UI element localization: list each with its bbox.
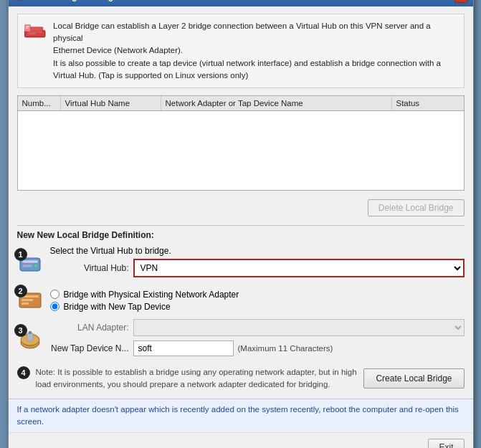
step3-num: 3 <box>14 324 27 337</box>
svg-rect-17 <box>22 299 33 301</box>
svg-rect-9 <box>26 26 29 27</box>
radio-tap-row: Bridge with New Tap Device <box>50 302 465 312</box>
window-title: Local Bridge Settings <box>30 0 118 1</box>
col-number: Numb... <box>18 96 61 110</box>
step2-content: Bridge with Physical Existing Network Ad… <box>50 290 465 312</box>
virtual-hub-label: Virtual Hub: <box>50 263 129 273</box>
radio-physical-label: Bridge with Physical Existing Network Ad… <box>64 290 239 300</box>
step1-label: Select the Virtual Hub to bridge. <box>50 246 465 256</box>
svg-rect-12 <box>22 260 38 263</box>
delete-bridge-button[interactable]: Delete Local Bridge <box>368 199 465 216</box>
exit-button[interactable]: Exit <box>428 439 464 448</box>
step2-row: 2 Bridge with Physical Existing Network … <box>17 287 465 313</box>
new-section-title: New New Local Bridge Definition: <box>17 230 465 240</box>
radio-physical[interactable] <box>50 290 59 299</box>
footer-note-text: If a network adapter doesn't appear whic… <box>17 405 459 426</box>
svg-rect-7 <box>28 33 36 34</box>
type-radio-group: Bridge with Physical Existing Network Ad… <box>50 290 465 312</box>
title-bar-left: Local Bridge Settings <box>14 0 118 2</box>
tap-row: New Tap Device N... soft (Maximum 11 Cha… <box>50 340 465 356</box>
tap-input[interactable]: soft <box>133 340 234 356</box>
svg-rect-22 <box>29 331 32 334</box>
svg-rect-6 <box>28 32 42 33</box>
svg-rect-13 <box>22 264 32 267</box>
step4-num-inline: 4 <box>17 366 30 379</box>
tap-hint: (Maximum 11 Characters) <box>238 344 333 353</box>
adapter-label: LAN Adapter: <box>50 323 129 333</box>
virtual-hub-field-row: Virtual Hub: VPN <box>50 259 465 277</box>
step2-icon: 2 <box>17 287 43 313</box>
svg-rect-10 <box>26 27 28 29</box>
step1-row: 1 Select the Virtual Hub to bridge. Virt… <box>17 246 465 282</box>
bridge-table: Numb... Virtual Hub Name Network Adapter… <box>17 95 465 191</box>
col-status: Status <box>392 96 464 110</box>
section-divider <box>17 225 465 226</box>
svg-point-14 <box>34 264 37 267</box>
step1-icon: 1 <box>17 251 43 277</box>
info-section: Local Bridge can establish a Layer 2 bri… <box>17 14 465 88</box>
step3-row: 3 LAN Adapter: New Tap D <box>17 319 465 361</box>
bridge-icon <box>24 20 47 40</box>
step2-num: 2 <box>14 285 27 297</box>
step3-icon: 3 <box>17 327 43 353</box>
title-bar: Local Bridge Settings ✕ <box>9 0 473 6</box>
content-area: Local Bridge can establish a Layer 2 bri… <box>9 6 473 399</box>
virtual-hub-select[interactable]: VPN <box>133 259 465 277</box>
window-icon <box>14 0 26 2</box>
adapter-select[interactable] <box>133 319 465 336</box>
main-window: Local Bridge Settings ✕ Local Bridge can… <box>8 0 474 448</box>
step1-content: Select the Virtual Hub to bridge. Virtua… <box>50 246 465 282</box>
table-body <box>18 111 464 190</box>
create-bridge-button[interactable]: Create Local Bridge <box>363 368 464 389</box>
step1-num: 1 <box>14 248 27 261</box>
info-text: Local Bridge can establish a Layer 2 bri… <box>53 20 457 82</box>
col-adapter: Network Adapter or Tap Device Name <box>161 96 392 110</box>
radio-tap-label: Bridge with New Tap Device <box>64 302 171 312</box>
adapter-row: LAN Adapter: <box>50 319 465 336</box>
radio-physical-row: Bridge with Physical Existing Network Ad… <box>50 290 465 300</box>
radio-tap[interactable] <box>50 302 59 311</box>
footer-note: If a network adapter doesn't appear whic… <box>9 399 473 433</box>
footer-buttons: Exit <box>9 432 473 448</box>
table-actions: Delete Local Bridge <box>17 196 465 219</box>
col-hub-name: Virtual Hub Name <box>61 96 161 110</box>
step3-content: LAN Adapter: New Tap Device N... soft (M… <box>50 319 465 361</box>
bottom-section: 4 Note: It is possible to establish a br… <box>17 366 465 391</box>
note-content: Note: It is possible to establish a brid… <box>36 366 358 391</box>
note-text: 4 Note: It is possible to establish a br… <box>17 366 358 391</box>
table-header: Numb... Virtual Hub Name Network Adapter… <box>18 96 464 111</box>
svg-rect-18 <box>22 302 29 305</box>
close-button[interactable]: ✕ <box>454 0 467 3</box>
tap-label: New Tap Device N... <box>50 343 129 353</box>
